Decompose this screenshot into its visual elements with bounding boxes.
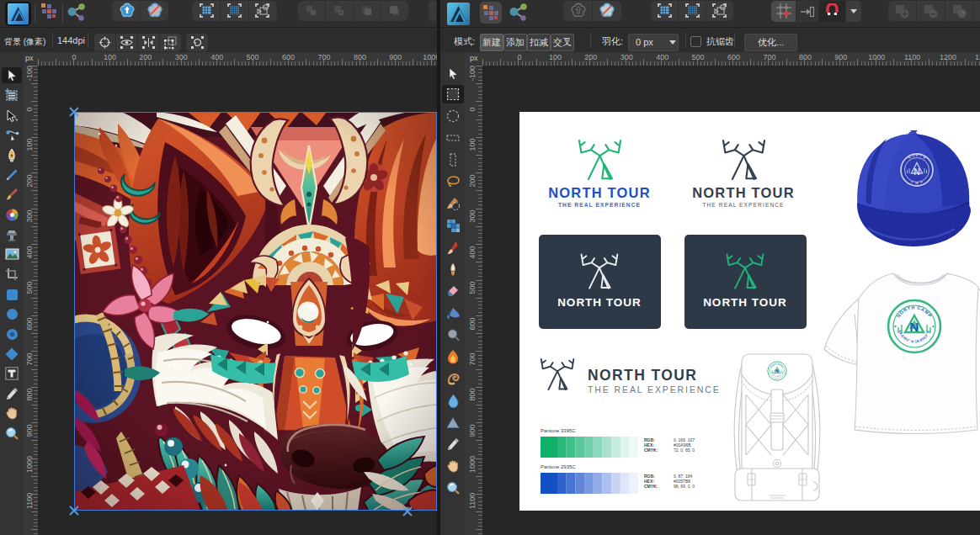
- svg-text:Pantone 2935C: Pantone 2935C: [541, 464, 576, 469]
- svg-text:THE REAL EXPERIENCE: THE REAL EXPERIENCE: [588, 384, 721, 395]
- svg-text:THE REAL EXPERIENCE: THE REAL EXPERIENCE: [702, 202, 784, 208]
- svg-text:CMYK:: CMYK:: [644, 484, 658, 489]
- svg-text:Pantone 3395C: Pantone 3395C: [541, 428, 576, 433]
- svg-text:NORTH TOUR: NORTH TOUR: [548, 185, 651, 200]
- svg-text:72, 0, 65, 0: 72, 0, 65, 0: [674, 448, 695, 453]
- svg-text:THE REAL EXPERIENCE: THE REAL EXPERIENCE: [558, 202, 641, 208]
- svg-text:NORTH TOUR: NORTH TOUR: [703, 296, 787, 309]
- svg-text:M: M: [915, 181, 919, 185]
- svg-text:NORTH TOUR: NORTH TOUR: [692, 185, 795, 200]
- svg-text:NORTH TOUR: NORTH TOUR: [557, 296, 642, 309]
- svg-text:R: R: [915, 153, 918, 157]
- svg-text:NORTH TOUR: NORTH TOUR: [588, 367, 697, 384]
- svg-text:N: N: [913, 167, 920, 177]
- svg-text:CMYK:: CMYK:: [644, 448, 658, 453]
- svg-text:98, 69, 0, 0: 98, 69, 0, 0: [674, 484, 695, 489]
